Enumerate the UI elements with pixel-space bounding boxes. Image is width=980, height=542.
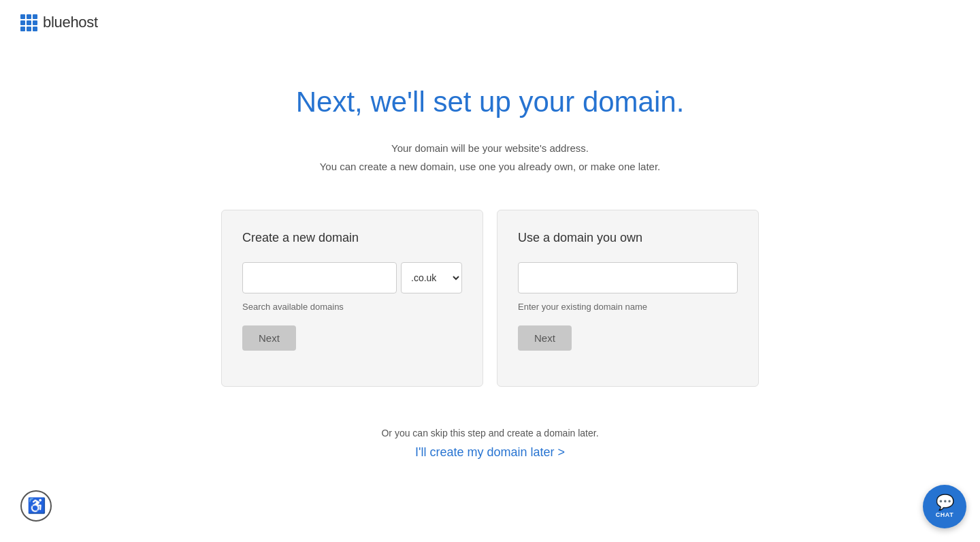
accessibility-icon: ♿ (27, 497, 46, 515)
chat-label: CHAT (936, 511, 953, 518)
subtitle-line-2: You can create a new domain, use one you… (320, 157, 661, 176)
chat-button[interactable]: 💬 CHAT (923, 485, 966, 528)
skip-text: Or you can skip this step and create a d… (381, 428, 598, 439)
skip-section: Or you can skip this step and create a d… (381, 428, 598, 460)
logo-text: bluehost (43, 14, 98, 31)
header: bluehost (0, 0, 980, 45)
tld-select[interactable]: .co.uk .com .net .org .info (401, 262, 462, 293)
create-domain-card: Create a new domain .co.uk .com .net .or… (221, 210, 483, 387)
create-domain-card-title: Create a new domain (242, 231, 462, 245)
use-domain-next-button[interactable]: Next (518, 325, 572, 351)
cards-container: Create a new domain .co.uk .com .net .or… (221, 210, 759, 387)
page-title: Next, we'll set up your domain. (296, 86, 685, 118)
subtitle-block: Your domain will be your website's addre… (320, 139, 661, 176)
skip-link[interactable]: I'll create my domain later > (415, 445, 565, 459)
create-domain-hint: Search available domains (242, 302, 462, 312)
use-domain-card-title: Use a domain you own (518, 231, 738, 245)
logo-grid-icon (20, 14, 37, 31)
chat-bubble-icon: 💬 (936, 495, 954, 510)
create-domain-input-row: .co.uk .com .net .org .info (242, 262, 462, 293)
use-domain-card: Use a domain you own Enter your existing… (497, 210, 759, 387)
create-domain-next-button[interactable]: Next (242, 325, 296, 351)
use-domain-hint: Enter your existing domain name (518, 302, 738, 312)
subtitle-line-1: Your domain will be your website's addre… (320, 139, 661, 157)
existing-domain-input[interactable] (518, 262, 738, 293)
main-content: Next, we'll set up your domain. Your dom… (0, 45, 980, 460)
domain-search-input[interactable] (242, 262, 397, 293)
accessibility-button[interactable]: ♿ (20, 490, 52, 522)
